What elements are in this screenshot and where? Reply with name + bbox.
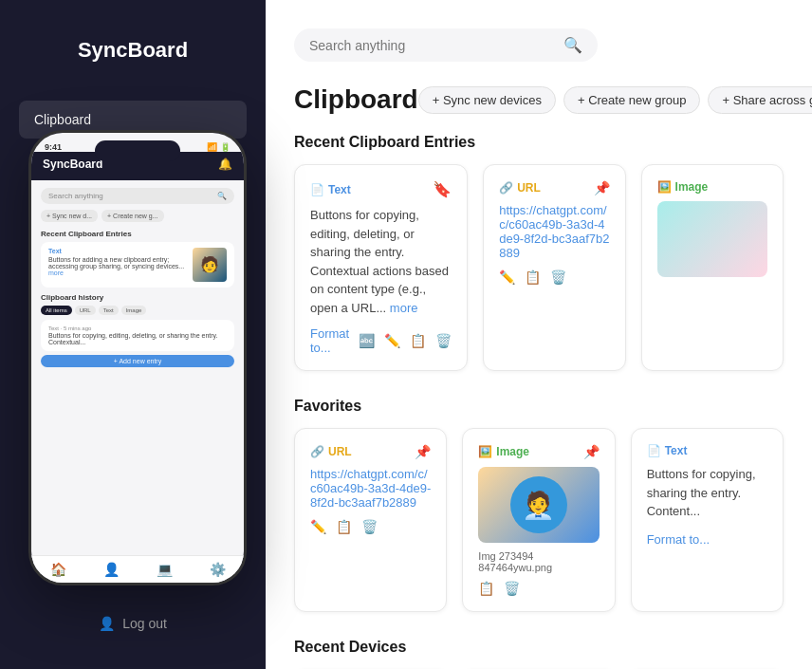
phone-history-tabs: All items URL Text Image <box>41 306 234 315</box>
header-actions: + Sync new devices + Create new group + … <box>418 86 812 114</box>
pin-icon[interactable]: 📌 <box>594 180 610 195</box>
phone-history-section: Clipboard history All items URL Text Ima… <box>41 293 234 367</box>
copy-icon[interactable]: 📋 <box>410 333 426 348</box>
phone-search[interactable]: Search anything 🔍 <box>41 188 234 204</box>
phone-add-entry-btn[interactable]: + Add new entry <box>41 355 234 367</box>
fav-type-text: 📄 Text <box>647 444 688 457</box>
phone-tab-all[interactable]: All items <box>41 306 72 315</box>
fav-card-url: 🔗 URL 📌 https://chatgpt.com/c/c60ac49b-3… <box>294 428 447 612</box>
entry-actions: Format to... 🔤 ✏️ 📋 🗑️ <box>310 326 452 355</box>
phone-group-btn[interactable]: + Create new g... <box>102 210 164 222</box>
text-doc-icon: 📄 <box>310 183 324 196</box>
phone-tab-image[interactable]: Image <box>121 306 147 315</box>
sync-devices-button[interactable]: + Sync new devices <box>418 86 556 114</box>
fav-img-delete-icon[interactable]: 🗑️ <box>504 581 520 596</box>
fav-card-text: 📄 Text Buttons for copying, sharing the … <box>631 428 784 612</box>
phone-settings-icon[interactable]: ⚙️ <box>210 562 226 577</box>
logout-button[interactable]: 👤 Log out <box>83 606 182 641</box>
fav-format-button[interactable]: Format to... <box>647 532 710 547</box>
fav-card-text-header: 📄 Text <box>647 444 767 457</box>
fav-pin-icon[interactable]: 📌 <box>415 444 431 459</box>
entry-card-url: 🔗 URL 📌 https://chatgpt.com/c/c60ac49b-3… <box>483 164 625 371</box>
delete-url-icon[interactable]: 🗑️ <box>550 269 566 285</box>
phone-text-card-content: Text Buttons for adding a new clipboard … <box>48 248 189 282</box>
fav-url-actions: ✏️ 📋 🗑️ <box>310 519 431 534</box>
edit-url-icon[interactable]: ✏️ <box>499 269 515 285</box>
phone-notch <box>95 140 180 161</box>
phone-history-title: Clipboard history <box>41 293 234 302</box>
entry-image-preview <box>657 201 767 277</box>
phone-tab-url[interactable]: URL <box>75 306 96 315</box>
image-icon: 🖼️ <box>657 180 672 194</box>
phone-text-card: Text Buttons for adding a new clipboard … <box>41 242 234 288</box>
phone-bottom-bar: 🏠 👤 💻 ⚙️ <box>31 555 244 583</box>
search-icon: 🔍 <box>563 36 582 54</box>
entry-text-content: Buttons for copying, editing, deleting, … <box>310 206 452 317</box>
phone-user-icon[interactable]: 👤 <box>103 562 120 577</box>
search-input[interactable] <box>309 38 556 53</box>
phone-tab-text[interactable]: Text <box>99 306 119 315</box>
page-title: Clipboard <box>294 84 418 115</box>
phone-recent-title: Recent Clipboard Entries <box>41 230 234 238</box>
share-groups-button[interactable]: + Share across groups <box>708 86 812 114</box>
translate-icon[interactable]: 🔤 <box>359 333 375 348</box>
fav-edit-icon[interactable]: ✏️ <box>310 519 326 534</box>
edit-icon[interactable]: ✏️ <box>384 333 400 348</box>
phone-content: Search anything 🔍 + Sync new d... + Crea… <box>31 180 244 375</box>
entry-type-url: 🔗 URL <box>499 181 541 195</box>
fav-card-url-header: 🔗 URL 📌 <box>310 444 431 459</box>
phone-time: 9:41 <box>45 142 62 152</box>
favorites-grid: 🔗 URL 📌 https://chatgpt.com/c/c60ac49b-3… <box>294 428 784 612</box>
phone-home-icon[interactable]: 🏠 <box>50 562 66 577</box>
entry-card-header: 📄 Text 🔖 <box>310 180 452 198</box>
sidebar-logo: SyncBoard <box>78 38 188 63</box>
recent-entries-title: Recent Clipboard Entries <box>294 134 784 151</box>
bookmark-icon[interactable]: 🔖 <box>433 180 452 198</box>
fav-delete-icon[interactable]: 🗑️ <box>361 519 378 534</box>
fav-url-link[interactable]: https://chatgpt.com/c/c60ac49b-3a3d-4de9… <box>310 467 431 510</box>
fav-image-actions: 📋 🗑️ <box>478 581 599 596</box>
fav-text-icon: 📄 <box>647 444 661 457</box>
entry-url-actions: ✏️ 📋 🗑️ <box>499 269 609 285</box>
phone-status-icons: 📶 🔋 <box>207 142 231 152</box>
entry-more-link[interactable]: more <box>390 301 418 315</box>
fav-avatar: 🧑‍💼 <box>510 476 567 533</box>
phone-screen: 9:41 📶 🔋 SyncBoard 🔔 Search anything 🔍 + <box>31 133 244 583</box>
phone-devices-icon[interactable]: 💻 <box>157 562 173 577</box>
entry-card-image-header: 🖼️ Image <box>657 180 767 194</box>
entry-url-link[interactable]: https://chatgpt.com/c/c60ac49b-3a3d-4de9… <box>499 203 609 260</box>
phone-text-body: Buttons for adding a new clipboard entry… <box>48 256 189 269</box>
fav-card-image-header: 🖼️ Image 📌 <box>478 444 599 459</box>
app-container: SyncBoard Clipboard History Groups Devic… <box>0 0 812 669</box>
phone-frame: 9:41 📶 🔋 SyncBoard 🔔 Search anything 🔍 + <box>28 130 247 585</box>
fav-img-copy-icon[interactable]: 📋 <box>478 581 494 596</box>
fav-img-filename: 847464ywu.png <box>478 562 599 573</box>
fav-image-pin[interactable]: 📌 <box>583 444 600 459</box>
phone-sync-btn[interactable]: + Sync new d... <box>41 210 98 222</box>
fav-copy-icon[interactable]: 📋 <box>336 519 352 534</box>
devices-title: Recent Devices <box>294 639 784 656</box>
page-header: Clipboard + Sync new devices + Create ne… <box>294 84 784 115</box>
recent-entries-grid: 📄 Text 🔖 Buttons for copying, editing, d… <box>294 164 784 371</box>
phone-history-content: Text · 5 mins ago Buttons for copying, e… <box>48 325 227 345</box>
phone-overlay: 9:41 📶 🔋 SyncBoard 🔔 Search anything 🔍 + <box>28 130 247 585</box>
favorites-title: Favorites <box>294 398 784 415</box>
copy-url-icon[interactable]: 📋 <box>525 269 541 285</box>
create-group-button[interactable]: + Create new group <box>563 86 701 114</box>
link-icon: 🔗 <box>499 181 513 195</box>
main-content: 🔍 Clipboard + Sync new devices + Create … <box>266 0 812 669</box>
entry-type-text: 📄 Text <box>310 183 351 196</box>
delete-icon[interactable]: 🗑️ <box>435 333 452 348</box>
phone-bell-icon[interactable]: 🔔 <box>218 158 232 171</box>
entry-card-url-header: 🔗 URL 📌 <box>499 180 609 195</box>
logout-label: Log out <box>122 616 167 631</box>
fav-card-image: 🖼️ Image 📌 🧑‍💼 Img 273494 847464ywu.png … <box>462 428 615 612</box>
fav-type-url: 🔗 URL <box>310 445 352 458</box>
entry-type-image: 🖼️ Image <box>657 180 709 194</box>
search-bar: 🔍 <box>294 28 598 62</box>
phone-more-link[interactable]: more <box>48 269 64 276</box>
fav-type-image: 🖼️ Image <box>478 445 529 458</box>
format-button[interactable]: Format to... <box>310 326 349 355</box>
entry-card-image: 🖼️ Image <box>641 164 784 371</box>
fav-image-icon: 🖼️ <box>478 445 492 458</box>
